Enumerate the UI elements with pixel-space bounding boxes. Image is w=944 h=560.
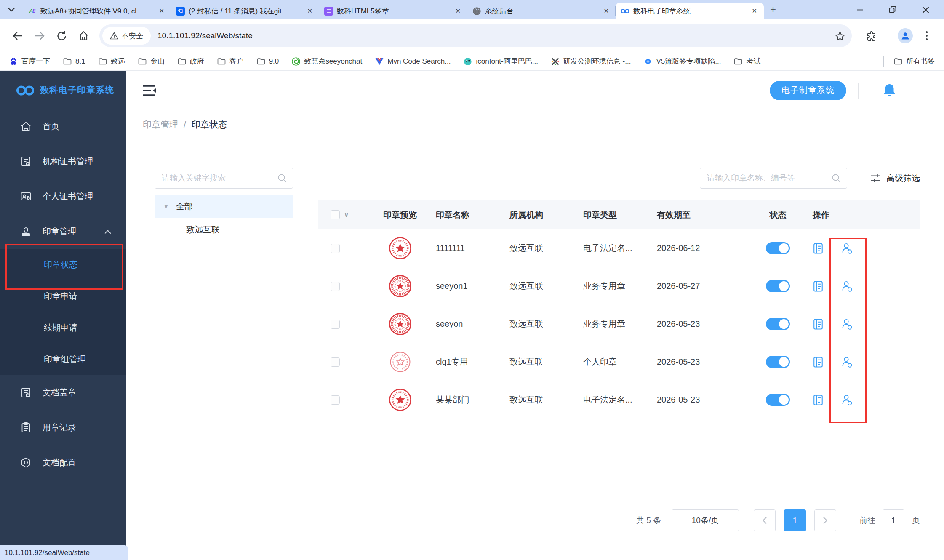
status-toggle-on[interactable] bbox=[766, 356, 790, 368]
tree-node-all[interactable]: ▼ 全部 bbox=[155, 195, 293, 218]
bookmark-v5-defects[interactable]: V5流版签专项缺陷... bbox=[644, 56, 721, 66]
seal-search[interactable] bbox=[700, 168, 847, 189]
sidebar-item-doc-stamp[interactable]: 文档盖章 bbox=[0, 375, 126, 410]
seal-stamp-image[interactable] bbox=[389, 237, 412, 260]
tree-node-zhiyuan[interactable]: 致远互联 bbox=[155, 218, 293, 241]
back-icon[interactable] bbox=[8, 27, 27, 45]
tab-html5-sign[interactable]: 数科HTML5签章 ✕ bbox=[319, 3, 467, 19]
bookmark-folder-9-0[interactable]: 9.0 bbox=[257, 57, 279, 66]
sidebar-item-doc-config[interactable]: 文档配置 bbox=[0, 445, 126, 480]
prev-page-button[interactable] bbox=[754, 509, 776, 531]
authorize-user-icon[interactable] bbox=[841, 394, 852, 405]
bookmark-folder-zhengfu[interactable]: 政府 bbox=[178, 56, 204, 66]
caret-down-icon[interactable]: ∨ bbox=[344, 211, 349, 218]
tree-search[interactable] bbox=[155, 168, 293, 189]
advanced-filter-button[interactable]: 高级筛选 bbox=[870, 173, 920, 184]
authorize-user-icon[interactable] bbox=[841, 318, 852, 330]
tab-close-icon[interactable]: ✕ bbox=[305, 7, 314, 15]
security-chip[interactable]: 不安全 bbox=[102, 27, 151, 45]
record-detail-icon[interactable] bbox=[813, 394, 824, 405]
row-checkbox[interactable] bbox=[331, 282, 340, 291]
seal-search-input[interactable] bbox=[707, 173, 832, 183]
seal-making-system-button[interactable]: 电子制章系统 bbox=[770, 81, 846, 100]
tab-seal-system-active[interactable]: 数科电子印章系统 ✕ bbox=[616, 3, 764, 19]
sidebar-item-org-cert[interactable]: 机构证书管理 bbox=[0, 144, 126, 179]
page-size-select[interactable]: 10条/页 bbox=[672, 509, 739, 531]
notification-bell-icon[interactable] bbox=[883, 83, 896, 98]
bookmark-env-info[interactable]: 研发公测环境信息 -... bbox=[551, 56, 631, 66]
bookmark-folder-8-1[interactable]: 8.1 bbox=[63, 57, 85, 66]
browser-menu-icon[interactable] bbox=[920, 31, 933, 40]
breadcrumb-separator: / bbox=[184, 120, 186, 130]
caret-down-icon[interactable]: ▼ bbox=[163, 203, 169, 210]
toolbar-right-cluster bbox=[856, 27, 937, 45]
authorize-user-icon[interactable] bbox=[841, 243, 852, 254]
tab-close-icon[interactable]: ✕ bbox=[157, 7, 166, 15]
new-tab-button[interactable]: + bbox=[764, 0, 782, 19]
seal-stamp-image[interactable] bbox=[389, 312, 412, 336]
row-checkbox[interactable] bbox=[331, 357, 340, 367]
forward-icon[interactable] bbox=[30, 27, 49, 45]
seal-stamp-image[interactable] bbox=[389, 388, 412, 411]
sidebar-subitem-renewal-apply[interactable]: 续期申请 bbox=[0, 312, 126, 344]
bookmark-folder-kaoshi[interactable]: 考试 bbox=[734, 56, 760, 66]
authorize-user-icon[interactable] bbox=[841, 356, 852, 368]
sidebar-subitem-seal-apply[interactable]: 印章申请 bbox=[0, 280, 126, 312]
sidebar-item-personal-cert[interactable]: 个人证书管理 bbox=[0, 179, 126, 214]
bookmark-seeyonchat[interactable]: 致慧泉seeyonchat bbox=[292, 56, 362, 66]
tab-close-icon[interactable]: ✕ bbox=[453, 7, 462, 15]
tab-close-icon[interactable]: ✕ bbox=[750, 7, 759, 15]
sidebar-item-seal-mgmt[interactable]: 印章管理 bbox=[0, 214, 126, 249]
status-toggle-on[interactable] bbox=[766, 242, 790, 254]
breadcrumb-current: 印章状态 bbox=[192, 119, 227, 131]
record-detail-icon[interactable] bbox=[813, 280, 824, 292]
extensions-icon[interactable] bbox=[862, 27, 880, 45]
bookmark-iconfont[interactable]: iconfont-阿里巴巴... bbox=[464, 56, 538, 66]
record-detail-icon[interactable] bbox=[813, 243, 824, 254]
bookmark-star-icon[interactable] bbox=[832, 27, 848, 44]
page-number-active[interactable]: 1 bbox=[784, 509, 806, 531]
sidebar-item-home[interactable]: 首页 bbox=[0, 109, 126, 144]
tree-search-input[interactable] bbox=[162, 173, 277, 183]
sidebar-collapse-icon[interactable] bbox=[142, 84, 156, 97]
record-detail-icon[interactable] bbox=[813, 318, 824, 330]
close-window-button[interactable] bbox=[915, 2, 936, 17]
breadcrumb-parent[interactable]: 印章管理 bbox=[143, 119, 178, 131]
record-detail-icon[interactable] bbox=[813, 356, 824, 368]
bookmark-mvn-code-search[interactable]: Mvn Code Search... bbox=[375, 57, 451, 66]
tab-close-icon[interactable]: ✕ bbox=[602, 7, 611, 15]
status-toggle-on[interactable] bbox=[766, 318, 790, 330]
org-tree-panel: ▼ 全部 致远互联 bbox=[142, 139, 306, 540]
row-checkbox[interactable] bbox=[331, 395, 340, 405]
bookmark-baidu[interactable]: 百度一下 bbox=[9, 56, 50, 66]
tab-seeyon-a8[interactable]: A8 致远A8+协同管理软件 V9.0, cl ✕ bbox=[23, 3, 171, 19]
bookmark-folder-zhiyuan[interactable]: 致远 bbox=[99, 56, 125, 66]
authorize-user-icon[interactable] bbox=[841, 280, 852, 292]
sidebar-subitem-seal-status[interactable]: 印章状态 bbox=[0, 249, 126, 280]
address-bar[interactable]: 不安全 10.1.101.92/sealWeb/state bbox=[99, 24, 852, 47]
profile-avatar[interactable] bbox=[898, 28, 913, 43]
status-toggle-on[interactable] bbox=[766, 394, 790, 406]
select-all-checkbox[interactable] bbox=[331, 210, 340, 219]
main-area: 电子制章系统 印章管理 / 印章状态 ▼ 全部 bbox=[126, 71, 944, 560]
row-checkbox[interactable] bbox=[331, 320, 340, 329]
bookmark-folder-jinshan[interactable]: 金山 bbox=[138, 56, 165, 66]
reload-icon[interactable] bbox=[52, 27, 71, 45]
bookmark-all-bookmarks[interactable]: 所有书签 bbox=[894, 56, 935, 66]
sidebar-subitem-seal-group[interactable]: 印章组管理 bbox=[0, 344, 126, 375]
home-icon[interactable] bbox=[74, 27, 93, 45]
row-checkbox[interactable] bbox=[331, 244, 340, 253]
seal-stamp-image[interactable] bbox=[389, 350, 412, 373]
tab-search-chevron-icon[interactable] bbox=[0, 0, 23, 19]
status-toggle-on[interactable] bbox=[766, 280, 790, 292]
sidebar-item-usage-record[interactable]: 用章记录 bbox=[0, 410, 126, 445]
table-row: 1111111 致远互联 电子法定名... 2026-06-12 bbox=[318, 229, 920, 267]
bookmark-folder-kehu[interactable]: 客户 bbox=[217, 56, 244, 66]
goto-page-input[interactable] bbox=[883, 509, 904, 531]
minimize-button[interactable] bbox=[849, 2, 871, 17]
seal-stamp-image[interactable] bbox=[389, 275, 412, 298]
restore-button[interactable] bbox=[882, 2, 904, 17]
tab-system-backend[interactable]: 系统后台 ✕ bbox=[467, 3, 616, 19]
tab-zhihu[interactable]: 知 (2 封私信 / 11 条消息) 我在git ✕ bbox=[171, 3, 319, 19]
next-page-button[interactable] bbox=[814, 509, 836, 531]
